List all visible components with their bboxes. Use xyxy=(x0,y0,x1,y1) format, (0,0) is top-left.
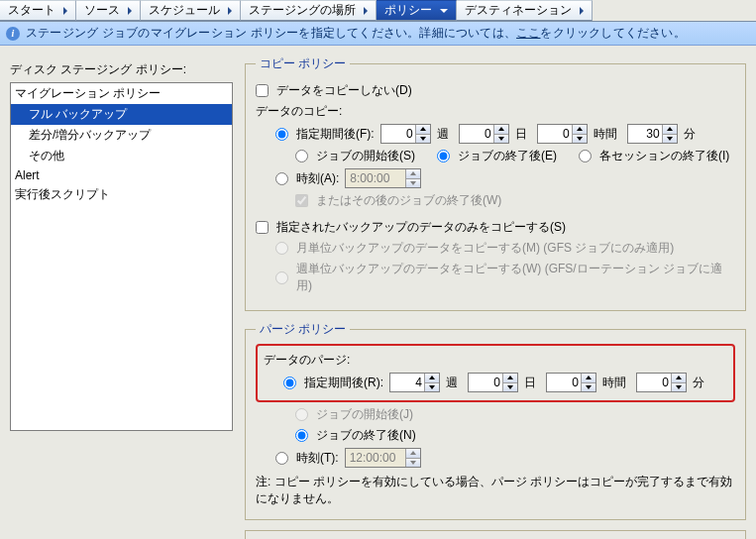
day-unit: 日 xyxy=(515,126,527,143)
chevron-down-icon xyxy=(440,9,448,13)
spin-down-icon[interactable] xyxy=(672,383,686,392)
copy-minutes-spinner[interactable] xyxy=(627,124,678,144)
copy-session-end-input[interactable] xyxy=(579,150,592,162)
copy-after-period-radio[interactable]: 指定期間後(F): xyxy=(275,126,375,143)
copy-hours-spinner[interactable] xyxy=(537,124,588,144)
purge-after-period-input[interactable] xyxy=(283,377,296,389)
left-panel-title: ディスク ステージング ポリシー: xyxy=(10,61,233,78)
copy-weekly-label: 週単位バックアップのデータをコピーする(W) (GFS/ローテーション ジョブに… xyxy=(296,261,735,294)
purge-after-period-radio[interactable]: 指定期間後(R): xyxy=(283,375,383,391)
purge-weeks-input[interactable] xyxy=(390,374,424,391)
spin-up-icon[interactable] xyxy=(494,125,508,135)
day-unit: 日 xyxy=(524,375,536,391)
spin-up-icon[interactable] xyxy=(582,374,595,383)
tree-item-postscript[interactable]: 実行後スクリプト xyxy=(11,184,232,205)
or-after-job-label: またはその後のジョブの終了後(W) xyxy=(316,192,501,209)
spin-up-icon[interactable] xyxy=(416,125,430,135)
minute-unit: 分 xyxy=(693,375,704,391)
info-link[interactable]: ここ xyxy=(516,25,540,42)
copy-time-spinner xyxy=(345,168,421,188)
purge-at-time-input[interactable] xyxy=(275,452,288,465)
or-after-job-checkbox: またはその後のジョブの終了後(W) xyxy=(295,192,501,209)
copy-days-spinner[interactable] xyxy=(459,124,509,144)
copy-after-period-input[interactable] xyxy=(275,128,288,141)
purge-note: 注: コピー ポリシーを有効にしている場合、パージ ポリシーはコピーが完了するま… xyxy=(256,474,735,507)
data-purge-label: データのパージ: xyxy=(264,352,727,369)
spin-down-icon[interactable] xyxy=(425,383,439,392)
tree-item-migration[interactable]: マイグレーション ポリシー xyxy=(11,83,232,104)
copy-job-end-radio[interactable]: ジョブの終了後(E) xyxy=(437,148,557,164)
copy-job-start-label: ジョブの開始後(S) xyxy=(316,148,415,164)
copy-after-period-label: 指定期間後(F): xyxy=(296,126,375,143)
copy-monthly-label: 月単位バックアップのデータをコピーする(M) (GFS ジョブにのみ適用) xyxy=(296,240,674,257)
copy-weeks-input[interactable] xyxy=(381,125,415,143)
copy-minutes-input[interactable] xyxy=(628,125,662,143)
only-designated-input[interactable] xyxy=(256,221,269,234)
info-text-post: をクリックしてください。 xyxy=(540,25,685,42)
tree-item-full-backup[interactable]: フル バックアップ xyxy=(11,104,232,125)
copy-job-start-radio[interactable]: ジョブの開始後(S) xyxy=(295,148,415,164)
spin-down-icon[interactable] xyxy=(416,135,430,144)
purge-days-input[interactable] xyxy=(469,374,502,391)
tab-start[interactable]: スタート xyxy=(0,0,76,21)
chevron-right-icon xyxy=(364,7,368,15)
copy-hours-input[interactable] xyxy=(538,125,572,143)
minute-unit: 分 xyxy=(684,126,696,143)
copy-days-input[interactable] xyxy=(460,125,493,143)
spin-up-icon[interactable] xyxy=(663,125,677,135)
purge-time-input xyxy=(346,449,405,467)
tab-destination[interactable]: デスティネーション xyxy=(457,0,593,21)
purge-days-spinner[interactable] xyxy=(468,373,518,392)
copy-session-end-label: 各セッションの終了後(I) xyxy=(599,148,729,164)
spin-up-icon[interactable] xyxy=(503,374,517,383)
purge-job-end-radio[interactable]: ジョブの終了後(N) xyxy=(295,427,416,444)
copy-at-time-radio[interactable]: 時刻(A): xyxy=(275,170,339,187)
tab-start-label: スタート xyxy=(8,2,55,19)
copy-job-end-input[interactable] xyxy=(437,150,450,162)
tab-destination-label: デスティネーション xyxy=(465,2,572,19)
purge-job-end-input[interactable] xyxy=(295,429,308,442)
tab-staging[interactable]: ステージングの場所 xyxy=(241,0,377,21)
spin-up-icon[interactable] xyxy=(425,374,439,383)
tree-item-alert[interactable]: Alert xyxy=(11,166,232,184)
info-text-pre: ステージング ジョブのマイグレーション ポリシーを指定してください。詳細について… xyxy=(26,25,516,42)
do-not-copy-checkbox[interactable]: データをコピーしない(D) xyxy=(256,82,412,99)
spin-down-icon[interactable] xyxy=(582,383,595,392)
purge-job-end-label: ジョブの終了後(N) xyxy=(316,427,416,444)
copy-session-end-radio[interactable]: 各セッションの終了後(I) xyxy=(579,148,729,164)
spin-down-icon[interactable] xyxy=(494,135,508,144)
tab-policy[interactable]: ポリシー xyxy=(377,0,457,21)
spin-down-icon[interactable] xyxy=(573,135,587,144)
copy-job-end-label: ジョブの終了後(E) xyxy=(458,148,557,164)
only-designated-checkbox[interactable]: 指定されたバックアップのデータのみをコピーする(S) xyxy=(256,219,566,236)
purge-at-time-radio[interactable]: 時刻(T): xyxy=(275,450,339,467)
copy-at-time-input[interactable] xyxy=(275,172,288,185)
purge-hours-spinner[interactable] xyxy=(546,373,596,392)
purge-minutes-input[interactable] xyxy=(637,374,671,391)
purge-hours-input[interactable] xyxy=(547,374,581,391)
purge-policy-legend: パージ ポリシー xyxy=(256,321,350,338)
copy-time-input xyxy=(346,169,405,187)
spin-down-icon[interactable] xyxy=(503,383,517,392)
hour-unit: 時間 xyxy=(602,375,626,391)
do-not-copy-input[interactable] xyxy=(256,84,269,97)
purge-weeks-spinner[interactable] xyxy=(389,373,440,392)
spin-up-icon[interactable] xyxy=(573,125,587,135)
tree-item-other[interactable]: その他 xyxy=(11,146,232,166)
snaplock-group: SnapLock を有効にする(K) xyxy=(245,530,746,539)
spin-down-icon[interactable] xyxy=(663,135,677,144)
only-designated-label: 指定されたバックアップのデータのみをコピーする(S) xyxy=(276,219,566,236)
copy-weeks-spinner[interactable] xyxy=(380,124,431,144)
copy-weekly-input xyxy=(275,271,288,284)
spin-down-icon xyxy=(406,179,420,188)
copy-job-start-input[interactable] xyxy=(295,150,308,162)
policy-tree: マイグレーション ポリシー フル バックアップ 差分/増分バックアップ その他 … xyxy=(10,82,233,431)
tree-item-diff-backup[interactable]: 差分/増分バックアップ xyxy=(11,125,232,146)
purge-job-start-input xyxy=(295,408,308,421)
tab-source[interactable]: ソース xyxy=(76,0,141,21)
spin-up-icon xyxy=(406,169,420,179)
purge-minutes-spinner[interactable] xyxy=(636,373,687,392)
spin-up-icon[interactable] xyxy=(672,374,686,383)
purge-time-spinner xyxy=(345,448,421,468)
tab-schedule[interactable]: スケジュール xyxy=(141,0,241,21)
